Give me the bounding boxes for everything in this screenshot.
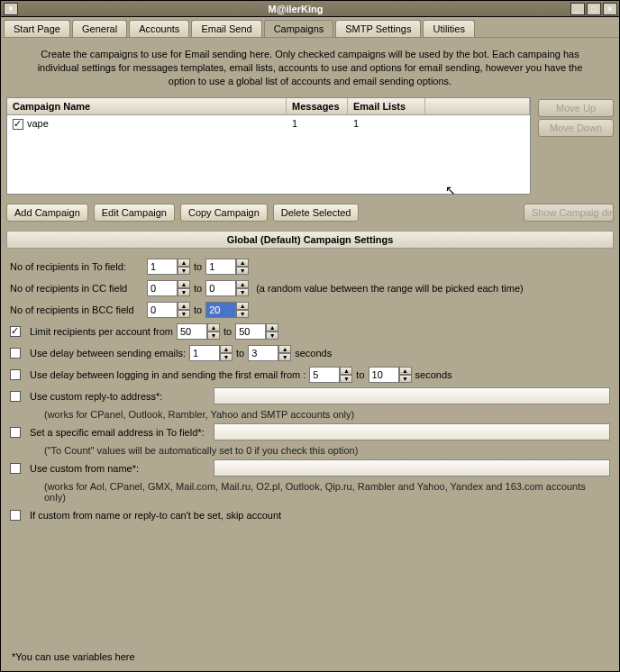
check-delay-emails[interactable] bbox=[10, 348, 21, 359]
tab-bar: Start Page General Accounts Email Send C… bbox=[1, 17, 619, 38]
spin-up[interactable]: ▲ bbox=[236, 302, 249, 310]
move-up-button[interactable]: Move Up bbox=[538, 99, 614, 117]
check-specific-to[interactable] bbox=[10, 427, 21, 438]
label-skip-account: If custom from name or reply-to can't be… bbox=[30, 510, 281, 521]
label-delay-login: Use delay between logging in and sending… bbox=[30, 369, 305, 380]
spin-down[interactable]: ▼ bbox=[266, 331, 278, 340]
spin-down[interactable]: ▼ bbox=[178, 267, 190, 275]
row-lists: 1 bbox=[348, 115, 425, 132]
close-button[interactable]: × bbox=[603, 3, 617, 15]
label-to-field: No of recipients in To field: bbox=[10, 261, 143, 272]
tab-start-page[interactable]: Start Page bbox=[4, 20, 70, 37]
note-random: (a random value between the range will b… bbox=[256, 283, 524, 294]
bcc-to-input[interactable] bbox=[205, 302, 236, 318]
spin-up[interactable]: ▲ bbox=[236, 259, 249, 267]
spin-up[interactable]: ▲ bbox=[178, 259, 190, 267]
delete-selected-button[interactable]: Delete Selected bbox=[273, 204, 360, 222]
move-down-button[interactable]: Move Down bbox=[538, 119, 614, 137]
spin-down[interactable]: ▼ bbox=[178, 310, 190, 318]
spin-down[interactable]: ▼ bbox=[236, 288, 249, 296]
spin-down[interactable]: ▼ bbox=[278, 353, 291, 361]
col-campaign-name[interactable]: Campaign Name bbox=[7, 98, 287, 114]
label-limit-recipients: Limit recipients per account from bbox=[30, 326, 173, 337]
row-checkbox[interactable] bbox=[13, 119, 23, 130]
settings-panel: No of recipients in To field: ▲▼ to ▲▼ N… bbox=[6, 254, 614, 528]
tab-general[interactable]: General bbox=[72, 20, 127, 37]
bcc-from-input[interactable] bbox=[147, 302, 178, 318]
tab-email-send[interactable]: Email Send bbox=[191, 20, 261, 37]
delay-login-to-input[interactable] bbox=[369, 367, 399, 383]
edit-campaign-button[interactable]: Edit Campaign bbox=[94, 204, 175, 222]
spin-up[interactable]: ▲ bbox=[178, 280, 190, 288]
spin-up[interactable]: ▲ bbox=[236, 280, 249, 288]
footer-note: *You can use variables here bbox=[6, 649, 614, 667]
copy-campaign-button[interactable]: Copy Campaign bbox=[180, 204, 268, 222]
window-title: M@ilerKing bbox=[21, 4, 570, 14]
cc-to-input[interactable] bbox=[205, 280, 236, 296]
label-to: to bbox=[223, 326, 232, 337]
limit-to-input[interactable] bbox=[235, 323, 266, 340]
specific-to-input[interactable] bbox=[214, 423, 610, 440]
spin-up[interactable]: ▲ bbox=[207, 323, 220, 331]
label-delay-emails: Use delay between sending emails: bbox=[30, 348, 186, 359]
spin-down[interactable]: ▼ bbox=[220, 353, 232, 361]
spin-down[interactable]: ▼ bbox=[236, 310, 249, 318]
label-to: to bbox=[194, 261, 202, 272]
col-messages[interactable]: Messages bbox=[287, 98, 348, 114]
spin-down[interactable]: ▼ bbox=[340, 375, 352, 383]
label-custom-from: Use custom from name*: bbox=[30, 463, 210, 474]
maximize-button[interactable]: □ bbox=[587, 3, 601, 15]
delay-emails-from-input[interactable] bbox=[189, 345, 220, 361]
limit-from-input[interactable] bbox=[177, 323, 207, 340]
note-custom-reply: (works for CPanel, Outlook, Rambler, Yah… bbox=[44, 409, 610, 420]
spin-down[interactable]: ▼ bbox=[399, 375, 412, 383]
note-specific-to: ("To Count" values will be automatically… bbox=[44, 445, 610, 456]
spin-up[interactable]: ▲ bbox=[399, 367, 412, 375]
tab-accounts[interactable]: Accounts bbox=[129, 20, 189, 37]
delay-emails-to-input[interactable] bbox=[248, 345, 278, 361]
check-limit-recipients[interactable] bbox=[10, 326, 21, 337]
label-seconds: seconds bbox=[415, 369, 452, 380]
label-cc-field: No of recipients in CC field bbox=[10, 283, 143, 294]
col-email-lists[interactable]: Email Lists bbox=[348, 98, 425, 114]
tab-campaigns[interactable]: Campaigns bbox=[264, 20, 334, 37]
table-row[interactable]: vape 1 1 bbox=[7, 115, 530, 132]
custom-from-input[interactable] bbox=[214, 459, 610, 477]
check-custom-from[interactable] bbox=[10, 463, 21, 474]
spin-up[interactable]: ▲ bbox=[278, 345, 291, 353]
system-menu-icon[interactable]: ▾ bbox=[4, 3, 18, 15]
spin-down[interactable]: ▼ bbox=[178, 288, 190, 296]
tab-smtp-settings[interactable]: SMTP Settings bbox=[335, 20, 421, 37]
spin-up[interactable]: ▲ bbox=[178, 302, 190, 310]
row-messages: 1 bbox=[287, 115, 348, 132]
check-skip-account[interactable] bbox=[10, 510, 21, 521]
spin-up[interactable]: ▲ bbox=[220, 345, 232, 353]
spin-down[interactable]: ▼ bbox=[236, 267, 249, 275]
to-to-input[interactable] bbox=[205, 259, 236, 275]
show-campaign-dir-button[interactable]: Show Campaig dir bbox=[524, 204, 614, 222]
col-blank bbox=[425, 98, 530, 114]
label-to: to bbox=[356, 369, 364, 380]
label-to: to bbox=[194, 304, 202, 315]
delay-login-from-input[interactable] bbox=[309, 367, 340, 383]
cc-from-input[interactable] bbox=[147, 280, 178, 296]
check-delay-login[interactable] bbox=[10, 369, 21, 380]
page-description: Create the campaigns to use for Email se… bbox=[6, 42, 614, 97]
campaigns-grid[interactable]: Campaign Name Messages Email Lists vape … bbox=[6, 97, 531, 195]
spin-down[interactable]: ▼ bbox=[207, 331, 220, 340]
label-bcc-field: No of recipients in BCC field bbox=[10, 304, 143, 315]
check-custom-reply[interactable] bbox=[10, 391, 21, 402]
label-to: to bbox=[236, 348, 244, 359]
minimize-button[interactable]: _ bbox=[570, 3, 585, 15]
spin-up[interactable]: ▲ bbox=[266, 323, 278, 331]
label-specific-to: Set a specific email address in To field… bbox=[30, 427, 210, 438]
note-custom-from: (works for Aol, CPanel, GMX, Mail.com, M… bbox=[44, 481, 610, 503]
spin-up[interactable]: ▲ bbox=[340, 367, 352, 375]
custom-reply-input[interactable] bbox=[214, 387, 610, 404]
row-name: vape bbox=[27, 118, 49, 129]
tab-utilities[interactable]: Utilities bbox=[423, 20, 474, 37]
label-seconds: seconds bbox=[295, 348, 332, 359]
add-campaign-button[interactable]: Add Campaign bbox=[6, 204, 88, 222]
to-from-input[interactable] bbox=[147, 259, 178, 275]
global-settings-title: Global (Default) Campaign Settings bbox=[6, 231, 614, 249]
